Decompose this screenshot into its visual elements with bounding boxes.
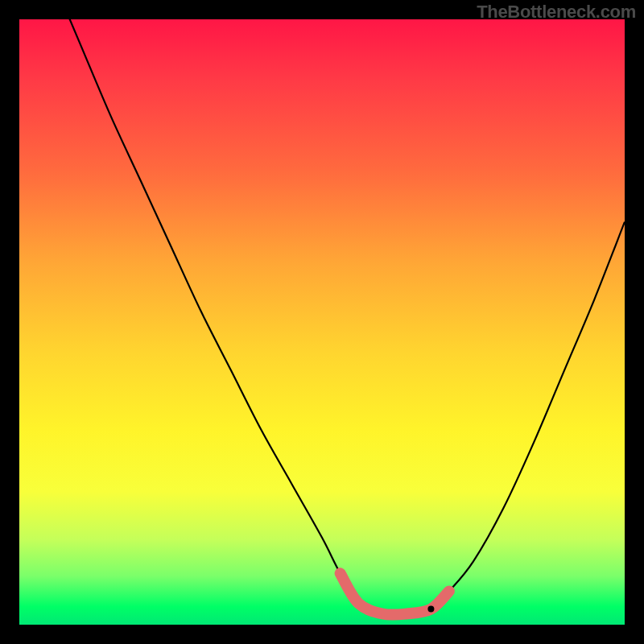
- watermark: TheBottleneck.com: [477, 2, 636, 23]
- chart-frame: TheBottleneck.com: [0, 0, 644, 644]
- plot-area: [19, 19, 625, 625]
